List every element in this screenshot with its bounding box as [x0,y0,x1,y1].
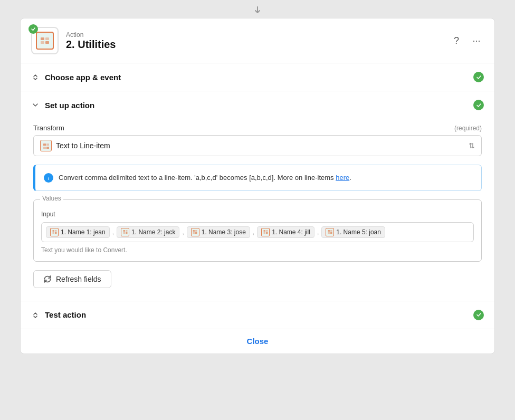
transform-select[interactable]: Text to Line-item ⇅ [33,135,482,156]
tag-name4: 1. Name 4: jill [257,226,314,238]
svg-rect-5 [46,144,49,146]
page-wrapper: Action 2. Utilities ? ··· Choose app & e… [0,5,515,420]
connector-arrow [252,5,263,16]
svg-rect-22 [263,230,265,232]
setup-action-toggle-icon [31,101,40,109]
tag-name3: 1. Name 3: jose [187,226,250,238]
values-legend: Values [40,195,63,202]
tags-row[interactable]: 1. Name 1: jean , [41,222,474,242]
action-title: 2. Utilities [66,39,442,51]
transform-select-value: Text to Line-item [56,141,464,150]
tag-label-3: 1. Name 3: jose [202,228,246,236]
input-label: Input [41,211,474,218]
setup-action-section-header[interactable]: Set up action [21,91,494,119]
svg-rect-6 [43,147,46,149]
header-text: Action 2. Utilities [66,31,442,51]
svg-rect-12 [52,232,54,234]
tag-icon-3 [191,228,199,236]
svg-rect-15 [126,230,128,232]
refresh-fields-button[interactable]: Refresh fields [33,270,111,288]
card-header: Action 2. Utilities ? ··· [21,18,494,63]
transform-select-arrows: ⇅ [469,141,475,150]
info-icon: i [44,173,53,183]
tag-icon-1 [50,228,59,236]
info-text: Convert comma delimited text to a line-i… [59,173,351,183]
test-action-section: Test action [21,301,494,329]
test-action-toggle-icon [31,311,40,319]
setup-action-check [473,100,484,110]
setup-action-section: Set up action Transform (required) [21,91,494,301]
setup-action-section-title: Set up action [45,101,468,110]
tag-icon-4 [261,228,270,236]
values-group: Values Input [33,199,482,262]
help-button[interactable]: ? [449,33,464,48]
tag-sep-2: , [182,228,184,236]
svg-rect-16 [123,232,125,234]
tag-sep-1: , [112,228,114,236]
here-link[interactable]: here [336,174,349,182]
svg-rect-29 [330,232,332,234]
svg-rect-19 [195,230,197,232]
close-button[interactable]: Close [247,337,269,346]
svg-rect-1 [45,37,49,40]
tag-sep-3: , [253,228,254,236]
more-options-button[interactable]: ··· [469,33,484,48]
svg-rect-23 [266,230,268,232]
tag-label-2: 1. Name 2: jack [131,228,175,236]
svg-rect-25 [266,232,268,234]
transform-required: (required) [454,125,482,132]
svg-rect-0 [41,37,44,40]
choose-app-section-header[interactable]: Choose app & event [21,63,494,91]
svg-rect-10 [52,230,54,232]
main-card: Action 2. Utilities ? ··· Choose app & e… [20,18,495,354]
header-check-badge [28,24,38,34]
transform-select-icon [40,140,52,151]
action-label: Action [66,31,442,39]
svg-rect-24 [263,232,265,234]
svg-rect-21 [195,232,197,234]
tag-name1: 1. Name 1: jean [46,226,110,238]
svg-rect-20 [193,232,195,234]
svg-rect-4 [43,144,46,146]
transform-label-row: Transform (required) [33,124,482,132]
close-row: Close [21,329,494,354]
refresh-fields-label: Refresh fields [56,275,101,283]
input-helper-text: Text you would like to Convert. [41,246,474,254]
choose-app-section-title: Choose app & event [45,73,468,82]
refresh-icon [43,275,52,283]
tag-sep-4: , [317,228,319,236]
svg-rect-17 [126,232,128,234]
test-action-section-title: Test action [45,310,468,319]
svg-rect-7 [46,147,49,149]
choose-app-toggle-icon [31,73,40,81]
tag-name5: 1. Name 5: joan [321,226,385,238]
choose-app-check [473,72,484,82]
svg-rect-18 [193,230,195,232]
svg-rect-2 [41,41,44,44]
action-icon-wrap [31,27,59,54]
values-inner: Input [34,200,481,261]
utilities-icon [36,32,54,50]
svg-rect-13 [55,232,57,234]
svg-rect-3 [45,41,49,44]
svg-rect-26 [328,230,330,232]
tag-name2: 1. Name 2: jack [117,226,179,238]
svg-rect-28 [328,232,330,234]
tag-label-4: 1. Name 4: jill [272,228,310,236]
transform-field-group: Transform (required) Text to L [33,124,482,156]
tag-icon-5 [326,228,334,236]
choose-app-section: Choose app & event [21,63,494,91]
tag-icon-2 [121,228,129,236]
svg-rect-27 [330,230,332,232]
tag-label-1: 1. Name 1: jean [61,228,106,236]
svg-text:i: i [48,177,49,180]
test-action-section-header[interactable]: Test action [21,301,494,329]
svg-rect-11 [55,230,57,232]
transform-label: Transform [33,124,64,132]
header-actions: ? ··· [449,33,484,48]
tag-label-5: 1. Name 5: joan [336,228,381,236]
test-action-check [473,310,484,320]
svg-rect-14 [123,230,125,232]
info-box: i Convert comma delimited text to a line… [33,165,482,191]
setup-action-body: Transform (required) Text to L [21,119,494,301]
